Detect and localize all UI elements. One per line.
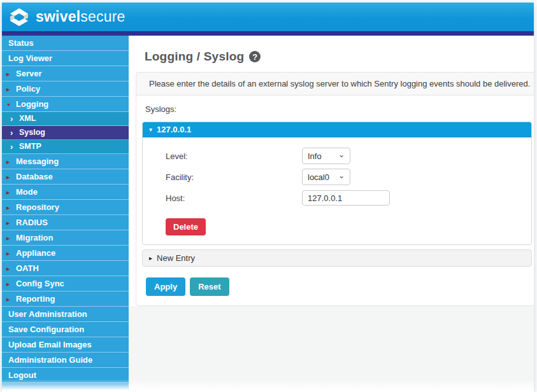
sidebar-item-label: Status (8, 38, 34, 48)
sidebar-item-config-sync[interactable]: ▶Config Sync (2, 276, 129, 291)
nav-collapsed-arrow-icon: ▶ (6, 71, 10, 76)
nav-collapsed-arrow-icon: ▶ (6, 266, 10, 270)
sidebar-item-logout[interactable]: Logout (2, 368, 129, 383)
sidebar-item-reporting[interactable]: ▶Reporting (2, 291, 129, 307)
help-icon[interactable]: ? (249, 51, 261, 62)
brand-name: swivelsecure (36, 8, 125, 25)
level-field-row: Level: Info ⌄ (166, 148, 531, 164)
sidebar-item-status[interactable]: Status (2, 36, 129, 51)
sidebar-item-label: Log Viewer (8, 53, 52, 63)
app-header: swivelsecure (2, 3, 534, 31)
sidebar-item-log-viewer[interactable]: Log Viewer (2, 51, 129, 66)
nav-collapsed-arrow-icon: ▶ (6, 251, 10, 255)
sidebar-item-smtp[interactable]: ›SMTP (2, 140, 129, 154)
content-panel: Please enter the details of an external … (136, 72, 534, 306)
sidebar-item-save-configuration[interactable]: Save Configuration (2, 322, 129, 337)
page-background (129, 306, 534, 392)
nav-collapsed-arrow-icon: ▶ (6, 281, 10, 286)
chevron-down-icon: ⌄ (338, 151, 345, 158)
sidebar-item-mode[interactable]: ▶Mode (2, 185, 129, 200)
sidebar-item-policy[interactable]: ▶Policy (2, 81, 129, 97)
sidebar-item-label: Syslog (19, 128, 45, 137)
new-entry-toggle[interactable]: ▸ New Entry (142, 249, 532, 267)
sidebar-item-label: XML (19, 114, 36, 123)
host-input[interactable] (302, 190, 390, 206)
sidebar-item-label: Server (16, 69, 41, 78)
facility-select-value: local0 (308, 172, 329, 182)
sidebar-item-label: Database (16, 172, 53, 181)
page-title-row: Logging / Syslog ? (145, 50, 534, 64)
sidebar-item-label: Policy (16, 84, 40, 94)
sidebar-item-administration-guide[interactable]: Administration Guide (2, 353, 129, 368)
nav-collapsed-arrow-icon: ▶ (6, 174, 10, 179)
sidebar-item-label: Messaging (16, 157, 59, 166)
collapse-caret-icon: ▾ (149, 127, 152, 133)
sidebar-item-appliance[interactable]: ▶Appliance (2, 246, 129, 261)
sidebar-item-label: Config Sync (16, 279, 64, 288)
level-label: Level: (166, 151, 302, 161)
sidebar-item-label: RADIUS (16, 218, 48, 227)
sidebar-item-label: Appliance (16, 248, 55, 258)
sidebar-nav: StatusLog Viewer▶Server▶Policy▼Logging›X… (2, 36, 129, 392)
page-title: Logging / Syslog (145, 50, 244, 64)
brand-light: secure (80, 8, 125, 25)
sidebar-item-label: OATH (16, 263, 39, 273)
sub-item-chevron-icon: › (10, 128, 13, 136)
new-entry-label: New Entry (157, 253, 195, 263)
sidebar-item-radius[interactable]: ▶RADIUS (2, 215, 129, 230)
syslog-entry-header[interactable]: ▾ 127.0.0.1 (143, 122, 531, 137)
host-field-row: Host: (166, 190, 531, 206)
delete-button[interactable]: Delete (166, 218, 206, 235)
facility-label: Facility: (166, 172, 302, 182)
nav-collapsed-arrow-icon: ▶ (6, 235, 10, 240)
level-select[interactable]: Info ⌄ (302, 148, 350, 164)
expand-caret-icon: ▸ (149, 255, 152, 262)
apply-button[interactable]: Apply (146, 277, 185, 296)
chevron-down-icon: ⌄ (338, 172, 345, 179)
sidebar-item-upload-email-images[interactable]: Upload Email Images (2, 337, 129, 353)
sidebar-item-label: Mode (16, 187, 38, 197)
sub-item-chevron-icon: › (10, 142, 13, 150)
nav-collapsed-arrow-icon: ▶ (6, 87, 10, 91)
nav-collapsed-arrow-icon: ▶ (6, 205, 10, 209)
sidebar-item-xml[interactable]: ›XML (2, 112, 129, 126)
nav-collapsed-arrow-icon: ▶ (6, 220, 10, 225)
panel-body: Syslogs: ▾ 127.0.0.1 Level: Info ⌄ (136, 95, 534, 305)
syslog-entry-body: Level: Info ⌄ Facility: local0 ⌄ (143, 137, 531, 244)
app-window: swivelsecure StatusLog Viewer▶Server▶Pol… (2, 3, 534, 392)
sidebar-item-oath[interactable]: ▶OATH (2, 261, 129, 276)
sidebar-item-logging[interactable]: ▼Logging (2, 97, 129, 112)
facility-select[interactable]: local0 ⌄ (302, 169, 350, 185)
reset-button[interactable]: Reset (190, 277, 229, 296)
sidebar-item-server[interactable]: ▶Server (2, 66, 129, 81)
brand-bold: swivel (36, 8, 80, 25)
sidebar-item-messaging[interactable]: ▶Messaging (2, 154, 129, 169)
action-buttons: Apply Reset (142, 277, 532, 296)
description-text: Please enter the details of an external … (136, 73, 534, 95)
sidebar-item-syslog[interactable]: ›Syslog (2, 126, 129, 140)
sub-item-chevron-icon: › (10, 114, 13, 122)
sidebar-item-label: Repository (16, 202, 59, 212)
nav-collapsed-arrow-icon: ▶ (6, 159, 10, 164)
host-label: Host: (166, 193, 302, 203)
sidebar-item-repository[interactable]: ▶Repository (2, 200, 129, 215)
nav-expanded-arrow-icon: ▼ (6, 102, 11, 106)
sidebar-item-label: Migration (16, 233, 54, 242)
sidebar-item-user-administration[interactable]: User Administration (2, 307, 129, 322)
sidebar-item-migration[interactable]: ▶Migration (2, 230, 129, 246)
sidebar-item-label: SMTP (19, 142, 41, 151)
nav-collapsed-arrow-icon: ▶ (6, 297, 10, 301)
facility-field-row: Facility: local0 ⌄ (166, 169, 531, 185)
main-content: Logging / Syslog ? Please enter the deta… (129, 36, 534, 392)
nav-collapsed-arrow-icon: ▶ (6, 190, 10, 194)
sidebar-item-label: Administration Guide (8, 355, 92, 365)
syslog-entry-title: 127.0.0.1 (157, 125, 191, 134)
sidebar-item-label: Save Configuration (8, 325, 84, 334)
swivelsecure-logo-icon (8, 8, 30, 27)
level-select-value: Info (308, 151, 322, 161)
sidebar-item-database[interactable]: ▶Database (2, 169, 129, 185)
sidebar-item-label: Logging (16, 99, 48, 109)
syslogs-label: Syslogs: (145, 104, 532, 114)
syslog-entry-card: ▾ 127.0.0.1 Level: Info ⌄ Facility: (142, 122, 532, 245)
sidebar-item-label: Logout (8, 370, 36, 380)
